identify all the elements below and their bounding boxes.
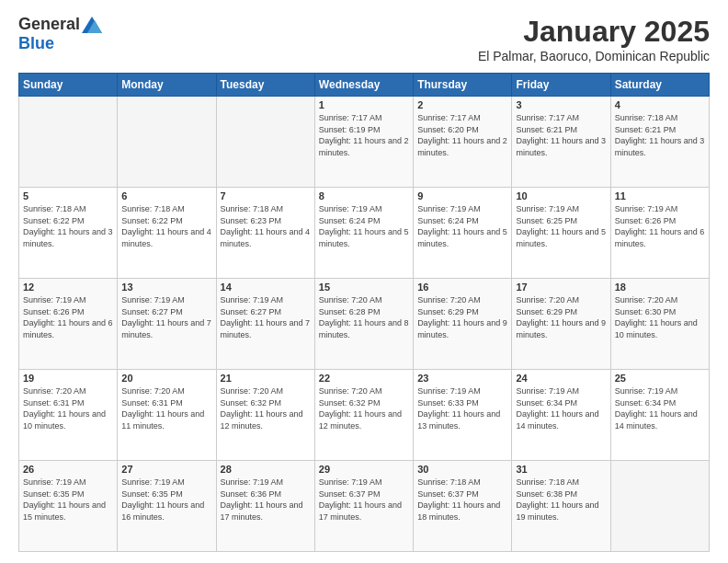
day-info: Sunrise: 7:17 AM Sunset: 6:20 PM Dayligh… [417, 112, 507, 158]
day-info: Sunrise: 7:19 AM Sunset: 6:27 PM Dayligh… [121, 294, 211, 340]
calendar-cell: 22Sunrise: 7:20 AM Sunset: 6:32 PM Dayli… [314, 370, 413, 461]
calendar-cell: 2Sunrise: 7:17 AM Sunset: 6:20 PM Daylig… [414, 97, 512, 188]
day-number: 17 [516, 282, 606, 293]
calendar-cell: 9Sunrise: 7:19 AM Sunset: 6:24 PM Daylig… [414, 188, 512, 279]
day-info: Sunrise: 7:17 AM Sunset: 6:21 PM Dayligh… [516, 112, 606, 158]
title-area: January 2025 El Palmar, Baoruco, Dominic… [478, 15, 710, 63]
day-number: 22 [319, 373, 409, 384]
day-number: 20 [121, 373, 211, 384]
calendar-cell: 17Sunrise: 7:20 AM Sunset: 6:29 PM Dayli… [512, 279, 610, 370]
day-info: Sunrise: 7:18 AM Sunset: 6:37 PM Dayligh… [417, 477, 507, 523]
calendar-cell [19, 97, 118, 188]
calendar-cell: 18Sunrise: 7:20 AM Sunset: 6:30 PM Dayli… [610, 279, 709, 370]
day-number: 5 [23, 190, 113, 201]
calendar-cell: 8Sunrise: 7:19 AM Sunset: 6:24 PM Daylig… [314, 188, 413, 279]
day-info: Sunrise: 7:20 AM Sunset: 6:32 PM Dayligh… [319, 385, 409, 431]
calendar-cell [216, 97, 314, 188]
calendar-cell: 19Sunrise: 7:20 AM Sunset: 6:31 PM Dayli… [19, 370, 118, 461]
day-info: Sunrise: 7:19 AM Sunset: 6:35 PM Dayligh… [121, 477, 211, 523]
day-info: Sunrise: 7:19 AM Sunset: 6:35 PM Dayligh… [23, 477, 113, 523]
day-number: 30 [417, 464, 507, 475]
day-info: Sunrise: 7:19 AM Sunset: 6:24 PM Dayligh… [319, 203, 409, 249]
calendar-cell: 26Sunrise: 7:19 AM Sunset: 6:35 PM Dayli… [19, 461, 118, 552]
day-number: 16 [417, 282, 507, 293]
weekday-header-tuesday: Tuesday [216, 74, 314, 97]
calendar-cell: 5Sunrise: 7:18 AM Sunset: 6:22 PM Daylig… [19, 188, 118, 279]
day-number: 7 [221, 190, 311, 201]
day-info: Sunrise: 7:19 AM Sunset: 6:33 PM Dayligh… [417, 385, 507, 431]
day-info: Sunrise: 7:18 AM Sunset: 6:38 PM Dayligh… [516, 477, 606, 523]
day-info: Sunrise: 7:20 AM Sunset: 6:30 PM Dayligh… [615, 294, 705, 340]
subtitle: El Palmar, Baoruco, Dominican Republic [478, 49, 710, 63]
day-info: Sunrise: 7:19 AM Sunset: 6:36 PM Dayligh… [221, 477, 311, 523]
day-info: Sunrise: 7:20 AM Sunset: 6:31 PM Dayligh… [23, 385, 113, 431]
calendar-week-row: 5Sunrise: 7:18 AM Sunset: 6:22 PM Daylig… [19, 188, 710, 279]
day-info: Sunrise: 7:19 AM Sunset: 6:34 PM Dayligh… [516, 385, 606, 431]
day-number: 11 [615, 190, 705, 201]
weekday-header-thursday: Thursday [414, 74, 512, 97]
day-number: 23 [417, 373, 507, 384]
logo: General Blue [18, 15, 102, 53]
weekday-header-saturday: Saturday [610, 74, 709, 97]
day-info: Sunrise: 7:20 AM Sunset: 6:29 PM Dayligh… [516, 294, 606, 340]
day-info: Sunrise: 7:19 AM Sunset: 6:25 PM Dayligh… [516, 203, 606, 249]
calendar-cell: 13Sunrise: 7:19 AM Sunset: 6:27 PM Dayli… [118, 279, 216, 370]
day-info: Sunrise: 7:20 AM Sunset: 6:32 PM Dayligh… [221, 385, 311, 431]
calendar-cell [610, 461, 709, 552]
weekday-header-wednesday: Wednesday [314, 74, 413, 97]
logo-blue-text: Blue [18, 34, 54, 52]
day-number: 27 [121, 464, 211, 475]
page: General Blue January 2025 El Palmar, Bao… [0, 0, 728, 563]
calendar-cell: 12Sunrise: 7:19 AM Sunset: 6:26 PM Dayli… [19, 279, 118, 370]
day-number: 29 [319, 464, 409, 475]
calendar-cell: 7Sunrise: 7:18 AM Sunset: 6:23 PM Daylig… [216, 188, 314, 279]
day-number: 6 [121, 190, 211, 201]
calendar: SundayMondayTuesdayWednesdayThursdayFrid… [18, 73, 710, 552]
logo-general-text: General [18, 15, 80, 34]
weekday-header-sunday: Sunday [19, 74, 118, 97]
calendar-cell: 23Sunrise: 7:19 AM Sunset: 6:33 PM Dayli… [414, 370, 512, 461]
day-info: Sunrise: 7:20 AM Sunset: 6:29 PM Dayligh… [417, 294, 507, 340]
header: General Blue January 2025 El Palmar, Bao… [18, 15, 710, 63]
month-title: January 2025 [478, 15, 710, 49]
day-number: 28 [221, 464, 311, 475]
day-number: 1 [319, 99, 409, 110]
day-info: Sunrise: 7:19 AM Sunset: 6:26 PM Dayligh… [615, 203, 705, 249]
day-info: Sunrise: 7:20 AM Sunset: 6:28 PM Dayligh… [319, 294, 409, 340]
calendar-cell: 11Sunrise: 7:19 AM Sunset: 6:26 PM Dayli… [610, 188, 709, 279]
calendar-week-row: 26Sunrise: 7:19 AM Sunset: 6:35 PM Dayli… [19, 461, 710, 552]
day-info: Sunrise: 7:18 AM Sunset: 6:21 PM Dayligh… [615, 112, 705, 158]
day-number: 14 [221, 282, 311, 293]
calendar-cell: 1Sunrise: 7:17 AM Sunset: 6:19 PM Daylig… [314, 97, 413, 188]
day-number: 15 [319, 282, 409, 293]
logo-icon [82, 17, 102, 33]
day-info: Sunrise: 7:19 AM Sunset: 6:26 PM Dayligh… [23, 294, 113, 340]
day-number: 13 [121, 282, 211, 293]
day-number: 8 [319, 190, 409, 201]
day-info: Sunrise: 7:18 AM Sunset: 6:22 PM Dayligh… [23, 203, 113, 249]
day-number: 26 [23, 464, 113, 475]
calendar-cell: 3Sunrise: 7:17 AM Sunset: 6:21 PM Daylig… [512, 97, 610, 188]
calendar-cell: 25Sunrise: 7:19 AM Sunset: 6:34 PM Dayli… [610, 370, 709, 461]
day-number: 25 [615, 373, 705, 384]
weekday-header-friday: Friday [512, 74, 610, 97]
calendar-cell: 27Sunrise: 7:19 AM Sunset: 6:35 PM Dayli… [118, 461, 216, 552]
day-info: Sunrise: 7:18 AM Sunset: 6:23 PM Dayligh… [221, 203, 311, 249]
calendar-cell: 14Sunrise: 7:19 AM Sunset: 6:27 PM Dayli… [216, 279, 314, 370]
calendar-cell: 16Sunrise: 7:20 AM Sunset: 6:29 PM Dayli… [414, 279, 512, 370]
day-number: 31 [516, 464, 606, 475]
calendar-cell: 15Sunrise: 7:20 AM Sunset: 6:28 PM Dayli… [314, 279, 413, 370]
day-number: 9 [417, 190, 507, 201]
calendar-cell: 31Sunrise: 7:18 AM Sunset: 6:38 PM Dayli… [512, 461, 610, 552]
calendar-week-row: 19Sunrise: 7:20 AM Sunset: 6:31 PM Dayli… [19, 370, 710, 461]
calendar-cell: 6Sunrise: 7:18 AM Sunset: 6:22 PM Daylig… [118, 188, 216, 279]
day-info: Sunrise: 7:19 AM Sunset: 6:27 PM Dayligh… [221, 294, 311, 340]
day-info: Sunrise: 7:19 AM Sunset: 6:24 PM Dayligh… [417, 203, 507, 249]
day-number: 24 [516, 373, 606, 384]
weekday-header-row: SundayMondayTuesdayWednesdayThursdayFrid… [19, 74, 710, 97]
calendar-cell: 28Sunrise: 7:19 AM Sunset: 6:36 PM Dayli… [216, 461, 314, 552]
calendar-cell: 10Sunrise: 7:19 AM Sunset: 6:25 PM Dayli… [512, 188, 610, 279]
calendar-week-row: 1Sunrise: 7:17 AM Sunset: 6:19 PM Daylig… [19, 97, 710, 188]
day-info: Sunrise: 7:18 AM Sunset: 6:22 PM Dayligh… [121, 203, 211, 249]
calendar-cell: 29Sunrise: 7:19 AM Sunset: 6:37 PM Dayli… [314, 461, 413, 552]
